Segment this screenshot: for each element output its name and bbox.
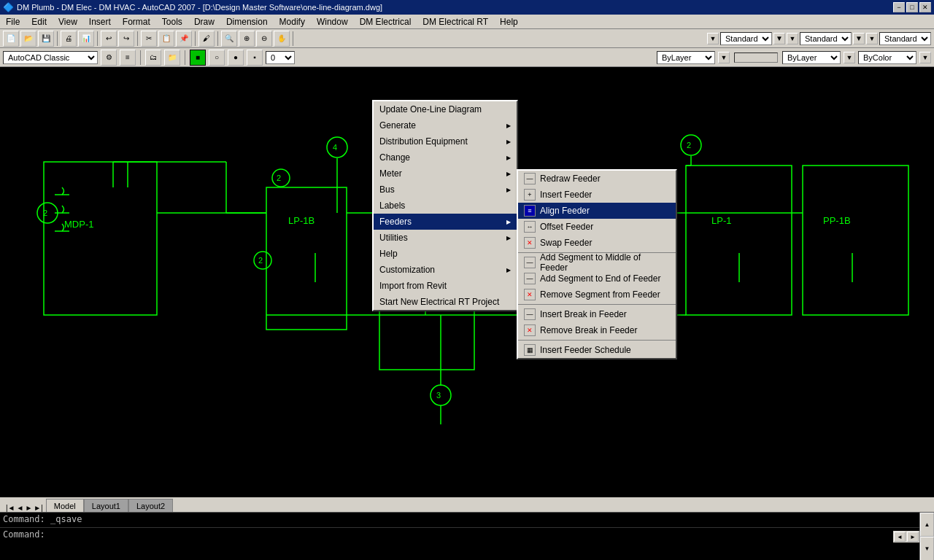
std2-extra[interactable]: ▼ (853, 33, 865, 44)
color-btn[interactable]: ■ (190, 50, 206, 66)
menu-format[interactable]: Format (117, 15, 156, 28)
zoom-win-button[interactable]: ⊕ (239, 31, 255, 47)
scroll-left-button[interactable]: ◄ (894, 532, 906, 542)
tab-next-arrow[interactable]: ► (25, 504, 32, 512)
std2-icon[interactable]: ▼ (787, 33, 798, 44)
toolbar-main: 📄 📂 💾 🖨 📊 ↩ ↪ ✂ 📋 📌 🖌 🔍 ⊕ ⊖ ✋ ▼ Standard… (0, 29, 934, 48)
standard-select-1[interactable]: Standard (720, 32, 772, 45)
main-dropdown-menu: Update One-Line Diagram Generate ▶ Distr… (372, 100, 518, 311)
standard-select-3[interactable]: Standard (879, 32, 931, 45)
submenu-offset[interactable]: ↔ Offset Feeder (518, 219, 676, 235)
command-line-2[interactable]: Command: (0, 528, 934, 543)
bylayer-select-2[interactable]: ByLayer (782, 51, 841, 64)
status-bottom-bar (0, 543, 934, 560)
paste-button[interactable]: 📌 (176, 31, 192, 47)
submenu-redraw[interactable]: — Redraw Feeder (518, 171, 676, 187)
print-button[interactable]: 🖨 (61, 31, 77, 47)
menu-dm-electrical[interactable]: DM Electrical (354, 15, 417, 28)
new-button[interactable]: 📄 (3, 31, 19, 47)
submenu-align[interactable]: ≡ Align Feeder (518, 203, 676, 219)
menu-view[interactable]: View (53, 15, 83, 28)
scroll-down-button[interactable]: ▼ (920, 537, 934, 560)
menu-customization[interactable]: Customization ▶ (374, 262, 517, 278)
layer-btn2[interactable]: 📁 (164, 50, 180, 66)
menu-file[interactable]: File (0, 15, 26, 28)
menu-tools[interactable]: Tools (156, 15, 188, 28)
redo-button[interactable]: ↪ (118, 31, 134, 47)
menu-new-project[interactable]: Start New Electrical RT Project (374, 294, 517, 310)
menu-edit[interactable]: Edit (26, 15, 53, 28)
std1-extra[interactable]: ▼ (773, 33, 785, 44)
workspace-icon[interactable]: ⚙ (101, 50, 117, 66)
standard-select-2[interactable]: Standard (800, 32, 852, 45)
tab-last-arrow[interactable]: ►| (34, 504, 43, 512)
menu-window[interactable]: Window (311, 15, 354, 28)
tab-first-arrow[interactable]: |◄ (6, 504, 15, 512)
maximize-button[interactable]: □ (906, 2, 918, 12)
plot-button[interactable]: 📊 (78, 31, 94, 47)
match-prop-button[interactable]: 🖌 (198, 31, 215, 47)
std1-icon[interactable]: ▼ (707, 33, 719, 44)
menu-insert[interactable]: Insert (83, 15, 117, 28)
workspace-select[interactable]: AutoCAD Classic (3, 51, 98, 64)
bylayer-select-1[interactable]: ByLayer (657, 51, 715, 64)
bylayer1-arrow[interactable]: ▼ (718, 52, 730, 63)
pan-button[interactable]: ✋ (274, 31, 290, 47)
tab-model[interactable]: Model (46, 499, 84, 512)
copy-button[interactable]: 📋 (158, 31, 174, 47)
submenu-schedule[interactable]: ▦ Insert Feeder Schedule (518, 342, 676, 358)
grid-btn[interactable]: ▪ (247, 50, 263, 66)
menu-utilities[interactable]: Utilities ▶ (374, 230, 517, 246)
scroll-up-button[interactable]: ▲ (920, 513, 934, 537)
menu-modify[interactable]: Modify (274, 15, 311, 28)
minimize-button[interactable]: − (893, 2, 905, 12)
menu-dist-equip[interactable]: Distribution Equipment ▶ (374, 133, 517, 149)
app-icon: 🔷 (3, 2, 14, 12)
layer-btn[interactable]: 🗂 (145, 50, 161, 66)
submenu-remove-seg[interactable]: ✕ Remove Segment from Feeder (518, 287, 676, 303)
menu-update[interactable]: Update One-Line Diagram (374, 101, 517, 117)
zoom-prev-button[interactable]: ⊖ (256, 31, 272, 47)
title-bar-controls[interactable]: − □ ✕ (893, 2, 931, 12)
submenu-insert[interactable]: + Insert Feeder (518, 187, 676, 203)
layer-num-select[interactable]: 0 (266, 51, 295, 64)
open-button[interactable]: 📂 (20, 31, 36, 47)
menu-meter[interactable]: Meter ▶ (374, 166, 517, 182)
menu-import-revit[interactable]: Import from Revit (374, 278, 517, 294)
menu-feeders[interactable]: Feeders ▶ (374, 214, 517, 230)
menu-bus[interactable]: Bus ▶ (374, 182, 517, 198)
submenu-swap[interactable]: ✕ Swap Feeder (518, 235, 676, 251)
offset-icon: ↔ (524, 221, 536, 233)
menu-draw[interactable]: Draw (188, 15, 220, 28)
menu-help[interactable]: Help (374, 246, 517, 262)
zoom-ext-button[interactable]: 🔍 (221, 31, 237, 47)
bylayer2-arrow[interactable]: ▼ (844, 52, 855, 63)
scroll-right-button[interactable]: ► (907, 532, 919, 542)
menu-help[interactable]: Help (494, 15, 524, 28)
submenu-add-mid[interactable]: — Add Segment to Middle of Feeder (518, 254, 676, 271)
submenu-add-end[interactable]: — Add Segment to End of Feeder (518, 271, 676, 287)
sep1 (57, 31, 58, 46)
menu-change[interactable]: Change ▶ (374, 149, 517, 166)
menu-import-revit-label: Import from Revit (379, 281, 447, 291)
drawing-area[interactable]: .circuit { stroke: #00ff00; stroke-width… (0, 67, 934, 483)
tab-layout1[interactable]: Layout1 (84, 499, 128, 512)
save-button[interactable]: 💾 (38, 31, 54, 47)
menu-labels[interactable]: Labels (374, 198, 517, 214)
toolbar-btn2[interactable]: ≡ (120, 50, 136, 66)
undo-button[interactable]: ↩ (101, 31, 117, 47)
submenu-insert-break[interactable]: — Insert Break in Feeder (518, 306, 676, 322)
std3-icon[interactable]: ▼ (866, 33, 878, 44)
snap-btn[interactable]: ○ (209, 50, 225, 66)
tab-layout2[interactable]: Layout2 (128, 499, 173, 512)
snap-btn2[interactable]: ● (228, 50, 244, 66)
menu-dm-electrical-rt[interactable]: DM Electrical RT (417, 15, 494, 28)
bycolor-select[interactable]: ByColor (858, 51, 916, 64)
bycolor-arrow[interactable]: ▼ (919, 52, 931, 63)
close-button[interactable]: ✕ (919, 2, 931, 12)
tab-prev-arrow[interactable]: ◄ (17, 504, 24, 512)
menu-dimension[interactable]: Dimension (220, 15, 274, 28)
cut-button[interactable]: ✂ (141, 31, 157, 47)
menu-generate[interactable]: Generate ▶ (374, 117, 517, 133)
submenu-remove-break[interactable]: ✕ Remove Break in Feeder (518, 322, 676, 338)
